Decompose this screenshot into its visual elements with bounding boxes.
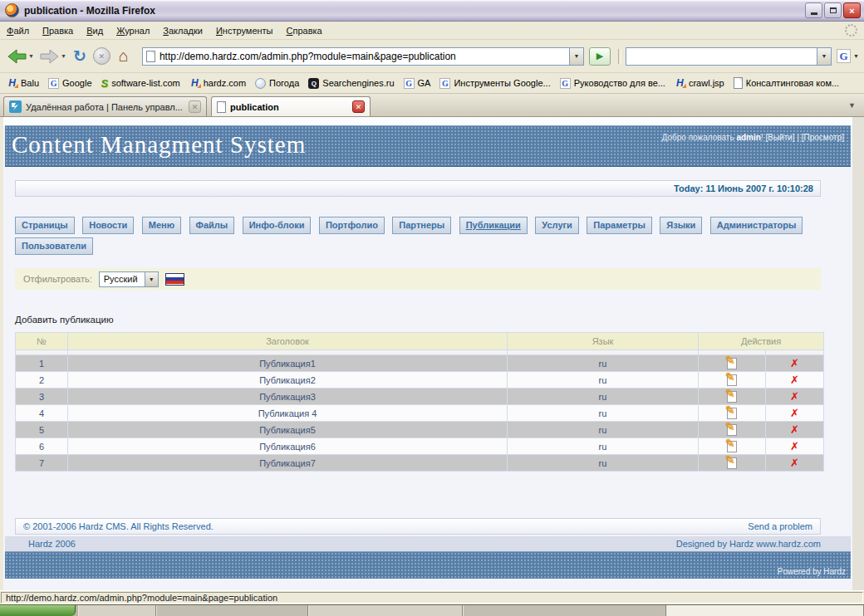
preview-link[interactable]: [Просмотр] — [802, 133, 844, 142]
restore-button[interactable] — [824, 2, 842, 18]
delete-icon[interactable]: ✗ — [790, 357, 799, 369]
back-button[interactable]: ▼ — [5, 46, 36, 66]
firefox-icon — [5, 3, 19, 17]
designed-by-link[interactable]: Designed by Hardz www.hardz.com — [676, 539, 821, 549]
taskbar-button[interactable] — [78, 605, 156, 616]
forward-button[interactable]: ▼ — [37, 46, 68, 66]
chevron-down-icon[interactable]: ▼ — [145, 272, 158, 286]
taskbar-button[interactable] — [666, 605, 864, 616]
row-number: 5 — [16, 422, 67, 438]
nav-menu-button[interactable]: Меню — [142, 217, 181, 234]
hardz-text: Hardz 2006 — [28, 539, 76, 549]
go-button[interactable]: ▶ — [589, 47, 611, 66]
engine-dropdown-icon[interactable]: ▼ — [853, 53, 859, 59]
home-button[interactable]: ⌂ — [114, 46, 134, 66]
delete-icon[interactable]: ✗ — [790, 407, 799, 419]
stop-button[interactable]: ✕ — [91, 46, 112, 66]
delete-icon[interactable]: ✗ — [790, 423, 799, 436]
footer-credits-bar: Hardz 2006 Designed by Hardz www.hardz.c… — [5, 536, 851, 551]
col-number: № — [16, 333, 67, 350]
table-header-row: № Заголовок Язык Действия — [16, 333, 823, 350]
bookmark-balu[interactable]: HBalu — [7, 77, 39, 89]
nav-users-button[interactable]: Пользователи — [15, 237, 93, 255]
taskbar-button[interactable] — [308, 605, 463, 616]
search-dropdown[interactable]: ▼ — [817, 48, 831, 65]
table-row: 7 Публикация7 ru ✗ — [16, 455, 823, 471]
nav-administrators-button[interactable]: Администраторы — [710, 217, 803, 234]
nav-pages-button[interactable]: Страницы — [15, 217, 75, 234]
bookmark-hardz[interactable]: Hhardz.com — [189, 77, 246, 89]
back-icon — [7, 48, 27, 65]
publication-title: Публикация2 — [68, 372, 507, 388]
bookmark-google[interactable]: GGoogle — [48, 78, 91, 89]
search-input[interactable] — [626, 51, 817, 62]
url-input[interactable] — [160, 51, 569, 62]
edit-icon[interactable] — [727, 441, 737, 452]
nav-partners-button[interactable]: Партнеры — [392, 217, 451, 234]
delete-icon[interactable]: ✗ — [790, 374, 799, 386]
edit-icon[interactable] — [727, 457, 737, 469]
nav-publications-button[interactable]: Публикации — [459, 217, 528, 234]
menu-file[interactable]: Файл — [7, 26, 29, 36]
edit-icon[interactable] — [727, 358, 737, 369]
close-button[interactable]: × — [843, 2, 861, 18]
weather-icon — [255, 78, 266, 89]
back-dropdown-icon[interactable]: ▼ — [28, 53, 34, 59]
nav-news-button[interactable]: Новости — [82, 217, 134, 234]
reload-button[interactable]: ↻ — [70, 46, 90, 66]
google-engine-icon[interactable]: G — [837, 49, 851, 63]
delete-icon[interactable]: ✗ — [790, 390, 799, 403]
add-publication-link[interactable]: Добавить публикацию — [15, 315, 114, 325]
bookmark-crawl-jsp[interactable]: Hcrawl.jsp — [675, 77, 724, 89]
row-number: 6 — [16, 438, 67, 454]
bookmark-ga[interactable]: GGA — [404, 78, 431, 89]
nav-files-button[interactable]: Файлы — [189, 217, 235, 234]
start-button[interactable] — [0, 605, 76, 616]
tab-close-icon[interactable]: ✕ — [352, 100, 365, 113]
nav-infoblocks-button[interactable]: Инфо-блоки — [243, 217, 312, 234]
menu-tools[interactable]: Инструменты — [216, 26, 273, 36]
delete-icon[interactable]: ✗ — [790, 440, 799, 452]
menu-view[interactable]: Вид — [86, 26, 103, 36]
nav-portfolio-button[interactable]: Портфолио — [319, 217, 385, 234]
forward-dropdown-icon[interactable]: ▼ — [61, 53, 66, 59]
publication-title: Публикация7 — [68, 455, 507, 471]
taskbar-button[interactable] — [463, 605, 666, 616]
bookmark-searchengines[interactable]: QSearchengines.ru — [308, 78, 394, 89]
nav-parameters-button[interactable]: Параметры — [587, 217, 651, 234]
edit-icon[interactable] — [727, 374, 737, 386]
hardz-icon: H — [7, 77, 17, 89]
edit-icon[interactable] — [727, 408, 737, 419]
footer-copyright-bar: © 2001-2006 Hardz CMS. All Rights Reserv… — [15, 518, 821, 535]
menu-edit[interactable]: Правка — [42, 26, 73, 36]
edit-icon[interactable] — [727, 424, 737, 436]
url-history-dropdown[interactable]: ▼ — [569, 48, 583, 65]
nav-languages-button[interactable]: Языки — [660, 217, 702, 234]
tab-close-icon[interactable]: ✕ — [189, 100, 201, 113]
delete-icon[interactable]: ✗ — [790, 457, 799, 469]
bookmark-consulting[interactable]: Консалтинговая ком... — [734, 77, 839, 89]
edit-icon[interactable] — [727, 391, 737, 403]
taskbar-button[interactable] — [156, 605, 308, 616]
bookmark-webmaster-guide[interactable]: GРуководство для ве... — [560, 78, 665, 89]
hardz-icon: H — [675, 77, 685, 89]
bookmark-software-list[interactable]: Ssoftware-list.com — [101, 77, 180, 90]
minimize-button[interactable] — [805, 2, 822, 18]
publication-language: ru — [508, 438, 698, 454]
send-problem-link[interactable]: Send a problem — [748, 521, 812, 531]
tab-remote-work[interactable]: Удалённая работа | Панель управл... ✕ — [3, 96, 207, 116]
menu-bookmarks[interactable]: Закладки — [163, 26, 203, 36]
google-icon: G — [404, 78, 415, 89]
bookmark-google-tools[interactable]: GИнструменты Google... — [439, 78, 550, 89]
bookmark-weather[interactable]: Погода — [255, 78, 299, 89]
tab-list-dropdown-icon[interactable]: ▼ — [843, 101, 861, 110]
language-select[interactable]: Русский ▼ — [99, 271, 159, 287]
logout-link[interactable]: [Выйти] — [765, 133, 794, 142]
tab-publication[interactable]: publication ✕ — [211, 96, 371, 116]
nav-services-button[interactable]: Услуги — [535, 217, 579, 234]
menu-history[interactable]: Журнал — [116, 26, 150, 36]
menu-help[interactable]: Справка — [287, 26, 322, 36]
search-bar: ▼ — [626, 47, 832, 66]
table-row: 1 Публикация1 ru ✗ — [16, 355, 823, 371]
toolbar-grip[interactable] — [618, 49, 621, 64]
